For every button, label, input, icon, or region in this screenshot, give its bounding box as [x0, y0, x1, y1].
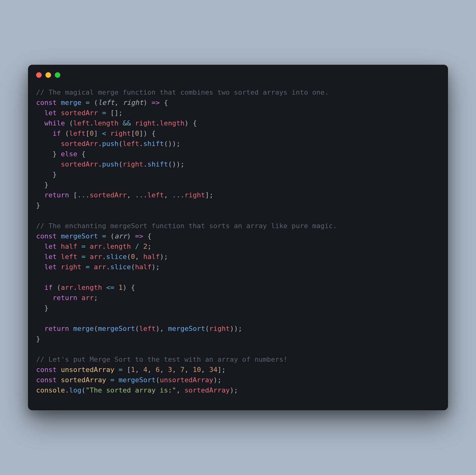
code-token: =: [110, 376, 114, 384]
code-token: ): [230, 386, 234, 394]
code-token: 10: [193, 366, 201, 374]
code-token: let: [44, 242, 57, 250]
code-token: (: [168, 160, 172, 168]
code-token: ): [172, 140, 176, 148]
code-token: (: [135, 325, 139, 332]
code-token: 6: [156, 366, 160, 374]
code-token: log: [69, 386, 82, 394]
code-token: (: [65, 129, 69, 137]
code-token: ,: [135, 366, 139, 374]
code-token: [: [131, 129, 135, 137]
code-token: 4: [143, 366, 147, 374]
code-token: }: [44, 181, 49, 189]
code-token: left: [73, 119, 90, 127]
code-token: ): [172, 160, 176, 168]
code-token: right: [61, 263, 82, 271]
code-token: ]: [205, 191, 209, 199]
code-token: ): [127, 232, 131, 240]
code-token: .: [98, 160, 102, 168]
code-token: .: [73, 284, 77, 291]
minimize-icon[interactable]: [45, 72, 51, 78]
code-token: slice: [110, 263, 131, 271]
code-token: .: [102, 253, 106, 261]
code-token: ,: [201, 366, 205, 374]
code-token: else: [61, 150, 77, 158]
code-token: ;: [94, 294, 98, 302]
code-token: left: [123, 140, 139, 148]
code-token: left: [139, 325, 156, 332]
code-token: ): [152, 263, 156, 271]
code-token: const: [36, 232, 57, 240]
code-content[interactable]: // The magical merge function that combi…: [28, 81, 448, 398]
code-token: console: [36, 386, 65, 394]
code-token: length: [160, 119, 184, 127]
code-token: arr: [61, 284, 73, 291]
code-token: right: [123, 160, 143, 168]
code-token: ;: [238, 325, 242, 332]
code-token: [: [127, 366, 131, 374]
code-token: ): [184, 119, 189, 127]
code-token: // The enchanting mergeSort function tha…: [36, 222, 337, 230]
code-token: let: [44, 109, 57, 117]
code-token: (: [205, 325, 209, 332]
code-token: .: [98, 140, 102, 148]
code-token: 0: [135, 129, 139, 137]
code-token: {: [147, 232, 152, 240]
code-token: 34: [209, 366, 217, 374]
code-token: slice: [106, 253, 127, 261]
code-token: 1: [119, 284, 123, 291]
code-token: .: [65, 386, 69, 394]
code-token: ;: [217, 376, 222, 384]
code-token: ;: [180, 160, 184, 168]
code-token: right: [110, 129, 131, 137]
code-token: arr: [114, 232, 127, 240]
code-token: shift: [147, 160, 168, 168]
code-token: ): [156, 325, 160, 332]
code-token: 7: [180, 366, 184, 374]
code-token: half: [135, 263, 152, 271]
code-token: const: [36, 99, 57, 106]
code-token: (: [156, 376, 160, 384]
code-token: .: [156, 119, 160, 127]
code-token: length: [106, 242, 131, 250]
code-token: ]: [114, 109, 119, 117]
code-token: =: [102, 109, 106, 117]
code-token: ,: [147, 366, 152, 374]
code-token: {: [164, 99, 168, 106]
code-token: mergeSort: [168, 325, 205, 332]
code-token: ;: [147, 242, 152, 250]
code-token: }: [36, 201, 40, 209]
code-token: return: [44, 191, 69, 199]
code-token: ;: [222, 366, 226, 374]
code-token: ,: [176, 386, 180, 394]
code-token: (: [127, 253, 131, 261]
code-token: ,: [164, 191, 168, 199]
code-token: ;: [176, 140, 180, 148]
code-token: unsortedArray: [160, 376, 213, 384]
code-token: =: [82, 253, 86, 261]
code-token: [: [73, 191, 77, 199]
code-token: }: [53, 171, 57, 178]
code-token: merge: [73, 325, 94, 332]
code-token: (: [94, 325, 98, 332]
code-token: [: [86, 129, 90, 137]
code-token: half: [143, 253, 160, 261]
code-token: ]: [217, 366, 222, 374]
code-token: mergeSort: [119, 376, 156, 384]
code-token: <: [102, 129, 106, 137]
close-icon[interactable]: [36, 72, 42, 78]
code-token: ): [230, 325, 234, 332]
code-token: left: [147, 191, 164, 199]
code-token: right: [184, 191, 205, 199]
code-token: merge: [61, 99, 81, 106]
code-token: while: [44, 119, 65, 127]
code-token: .: [106, 263, 110, 271]
window-titlebar: [28, 65, 448, 81]
maximize-icon[interactable]: [55, 72, 60, 78]
code-token: ): [234, 325, 238, 332]
code-token: ,: [127, 191, 131, 199]
code-token: right: [123, 99, 143, 106]
code-token: (: [69, 119, 73, 127]
code-token: length: [94, 119, 118, 127]
code-token: =>: [152, 99, 160, 106]
